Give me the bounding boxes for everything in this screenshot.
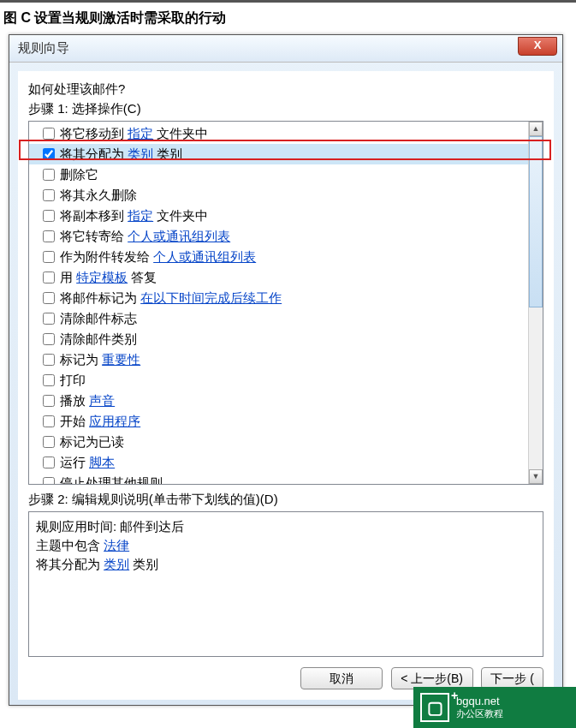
desc-line3-suffix: 类别 — [129, 557, 158, 571]
action-label-15: 标记为已读 — [60, 433, 124, 451]
step2-label: 步骤 2: 编辑规则说明(单击带下划线的值)(D) — [18, 490, 554, 511]
action-link[interactable]: 脚本 — [89, 455, 115, 469]
action-item-3[interactable]: 将其永久删除 — [29, 185, 543, 206]
action-item-2[interactable]: 删除它 — [29, 164, 543, 185]
desc-line-1: 规则应用时间: 邮件到达后 — [36, 517, 536, 536]
action-checkbox-4[interactable] — [43, 210, 55, 222]
dialog-title: 规则向导 — [18, 40, 69, 57]
action-link[interactable]: 声音 — [89, 393, 115, 408]
action-link[interactable]: 在以下时间完成后续工作 — [140, 290, 282, 305]
action-link[interactable]: 应用程序 — [89, 414, 140, 428]
action-link[interactable]: 指定 — [128, 126, 153, 140]
action-label-6: 作为附件转发给 个人或通讯组列表 — [60, 248, 256, 266]
action-link[interactable]: 类别 — [128, 146, 153, 161]
rule-description-box[interactable]: 规则应用时间: 邮件到达后 主题中包含 法律 将其分配为 类别 类别 — [28, 511, 543, 657]
watermark-logo-icon: ▢ — [420, 693, 449, 722]
action-item-1[interactable]: 将其分配为 类别 类别 — [29, 144, 543, 164]
action-label-5: 将它转寄给 个人或通讯组列表 — [60, 227, 230, 246]
desc-line3-prefix: 将其分配为 — [36, 557, 104, 571]
action-label-7: 用 特定模板 答复 — [60, 268, 157, 287]
action-checkbox-3[interactable] — [43, 189, 55, 201]
action-label-11: 标记为 重要性 — [60, 350, 140, 369]
action-link[interactable]: 特定模板 — [76, 270, 128, 284]
desc-subject-link[interactable]: 法律 — [104, 538, 129, 552]
action-checkbox-10[interactable] — [43, 333, 55, 345]
action-label-8: 将邮件标记为 在以下时间完成后续工作 — [60, 289, 282, 307]
action-checkbox-14[interactable] — [43, 415, 55, 427]
action-item-8[interactable]: 将邮件标记为 在以下时间完成后续工作 — [29, 288, 543, 308]
action-checkbox-17[interactable] — [43, 477, 55, 485]
action-label-3: 将其永久删除 — [60, 186, 137, 205]
action-checkbox-6[interactable] — [43, 251, 55, 263]
watermark: ▢ + bgqu.net 办公区教程 — [413, 687, 576, 728]
actions-listbox[interactable]: 将它移动到 指定 文件夹中将其分配为 类别 类别删除它将其永久删除将副本移到 指… — [28, 121, 543, 485]
action-item-13[interactable]: 播放 声音 — [29, 391, 543, 411]
action-item-4[interactable]: 将副本移到 指定 文件夹中 — [29, 206, 543, 226]
action-checkbox-2[interactable] — [43, 169, 55, 181]
step1-label: 步骤 1: 选择操作(C) — [18, 99, 554, 121]
scroll-down-icon[interactable]: ▼ — [529, 469, 543, 484]
watermark-name: 办公区教程 — [456, 707, 503, 720]
action-label-9: 清除邮件标志 — [60, 309, 137, 328]
action-label-17: 停止处理其他规则 — [60, 474, 163, 485]
action-item-11[interactable]: 标记为 重要性 — [29, 349, 543, 370]
desc-line1-prefix: 规则应用时间: — [36, 519, 120, 534]
action-link[interactable]: 重要性 — [102, 352, 140, 367]
action-label-0: 将它移动到 指定 文件夹中 — [60, 124, 208, 143]
action-item-14[interactable]: 开始 应用程序 — [29, 411, 543, 432]
rules-wizard-dialog: 规则向导 X 如何处理该邮件? 步骤 1: 选择操作(C) 将它移动到 指定 文… — [9, 34, 563, 706]
scrollbar[interactable]: ▲ ▼ — [528, 122, 543, 484]
action-item-9[interactable]: 清除邮件标志 — [29, 308, 543, 329]
action-link[interactable]: 个人或通讯组列表 — [153, 249, 256, 264]
action-checkbox-12[interactable] — [43, 374, 55, 386]
desc-line1-value: 邮件到达后 — [120, 519, 184, 534]
action-checkbox-0[interactable] — [43, 128, 55, 140]
close-button[interactable]: X — [518, 37, 557, 56]
prompt-text: 如何处理该邮件? — [18, 71, 554, 99]
action-item-17[interactable]: 停止处理其他规则 — [29, 473, 543, 485]
action-item-6[interactable]: 作为附件转发给 个人或通讯组列表 — [29, 247, 543, 267]
action-item-10[interactable]: 清除邮件类别 — [29, 329, 543, 349]
watermark-domain: bgqu.net — [456, 695, 500, 707]
action-item-5[interactable]: 将它转寄给 个人或通讯组列表 — [29, 226, 543, 247]
action-label-2: 删除它 — [60, 165, 98, 184]
action-checkbox-16[interactable] — [43, 456, 55, 468]
action-link[interactable]: 个人或通讯组列表 — [128, 229, 230, 243]
action-label-13: 播放 声音 — [60, 391, 115, 410]
desc-category-link[interactable]: 类别 — [104, 557, 129, 571]
figure-caption: 图 C 设置当规则激活时需采取的行动 — [0, 0, 576, 33]
action-label-14: 开始 应用程序 — [60, 412, 140, 431]
cancel-button[interactable]: 取消 — [300, 667, 383, 689]
desc-line-2: 主题中包含 法律 — [36, 536, 536, 555]
action-label-12: 打印 — [60, 371, 86, 390]
action-item-7[interactable]: 用 特定模板 答复 — [29, 267, 543, 288]
action-checkbox-11[interactable] — [43, 354, 55, 366]
action-checkbox-5[interactable] — [43, 230, 55, 242]
action-checkbox-1[interactable] — [43, 148, 55, 160]
scroll-thumb[interactable] — [529, 136, 543, 307]
action-link[interactable]: 指定 — [128, 208, 153, 223]
action-checkbox-7[interactable] — [43, 272, 55, 283]
action-checkbox-8[interactable] — [43, 292, 55, 304]
desc-line-3: 将其分配为 类别 类别 — [36, 555, 536, 574]
plus-icon: + — [451, 689, 458, 702]
action-item-15[interactable]: 标记为已读 — [29, 432, 543, 452]
action-label-4: 将副本移到 指定 文件夹中 — [60, 206, 208, 225]
action-item-12[interactable]: 打印 — [29, 370, 543, 391]
desc-line2-prefix: 主题中包含 — [36, 538, 104, 552]
action-item-16[interactable]: 运行 脚本 — [29, 452, 543, 473]
action-checkbox-9[interactable] — [43, 313, 55, 325]
action-label-16: 运行 脚本 — [60, 453, 115, 472]
action-label-10: 清除邮件类别 — [60, 330, 137, 349]
action-checkbox-13[interactable] — [43, 395, 55, 407]
titlebar: 规则向导 X — [9, 35, 562, 63]
action-label-1: 将其分配为 类别 类别 — [60, 145, 182, 164]
action-item-0[interactable]: 将它移动到 指定 文件夹中 — [29, 123, 543, 144]
action-checkbox-15[interactable] — [43, 436, 55, 448]
dialog-body: 如何处理该邮件? 步骤 1: 选择操作(C) 将它移动到 指定 文件夹中将其分配… — [18, 71, 554, 700]
scroll-up-icon[interactable]: ▲ — [529, 122, 543, 136]
